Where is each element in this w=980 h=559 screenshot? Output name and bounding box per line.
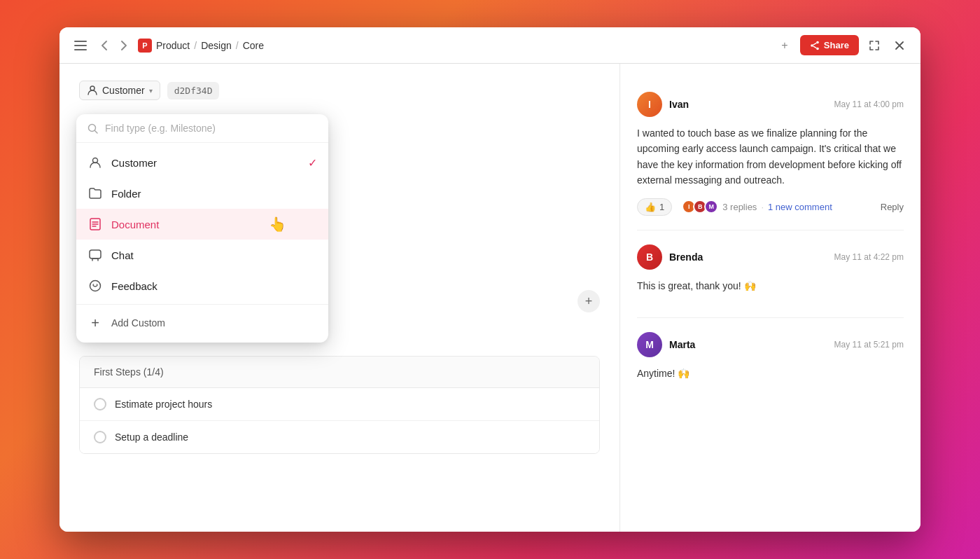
id-badge: d2Df34D: [167, 82, 220, 99]
comment-time-marta: May 11 at 5:21 pm: [834, 340, 904, 350]
breadcrumb-sep-2: /: [236, 40, 239, 51]
comment-header-ivan: I Ivan May 11 at 4:00 pm: [637, 92, 904, 117]
svg-line-6: [813, 43, 816, 45]
comment-marta: M Marta May 11 at 5:21 pm Anytime! 🙌: [637, 318, 904, 405]
task-radio-1[interactable]: [94, 398, 106, 410]
replies-text-ivan: 3 replies: [722, 202, 757, 212]
reply-avatar-3: M: [704, 200, 718, 214]
header-row: Customer ▾ d2Df34D: [79, 81, 600, 100]
breadcrumb-product[interactable]: Product: [156, 40, 190, 51]
commenter-name-brenda: Brenda: [669, 251, 827, 263]
nav-buttons: [96, 37, 132, 54]
left-panel: Customer ▾ d2Df34D: [59, 64, 620, 532]
reaction-emoji-ivan: 👍: [645, 202, 656, 212]
task-section: First Steps (1/4) Estimate project hours…: [79, 356, 600, 454]
folder-item-icon: [88, 186, 103, 201]
commenter-name-ivan: Ivan: [669, 99, 827, 110]
dropdown-item-chat[interactable]: Chat: [76, 240, 328, 270]
svg-rect-2: [74, 49, 87, 50]
share-label: Share: [824, 40, 849, 50]
add-tab-button[interactable]: +: [775, 36, 794, 55]
svg-point-5: [816, 47, 819, 50]
breadcrumb-core[interactable]: Core: [243, 40, 264, 51]
svg-point-19: [97, 284, 98, 285]
comment-time-brenda: May 11 at 4:22 pm: [834, 252, 904, 262]
chat-item-label: Chat: [111, 249, 134, 261]
main-content: Customer ▾ d2Df34D: [59, 64, 920, 532]
search-icon: [88, 123, 98, 134]
comment-actions-ivan: 👍 1 I B M 3 replies · 1 new comment Repl: [637, 198, 904, 216]
svg-line-7: [813, 46, 816, 48]
new-comment-text-ivan[interactable]: 1 new comment: [768, 202, 832, 212]
dropdown-search-row: [76, 114, 328, 143]
breadcrumb: P Product / Design / Core: [138, 39, 769, 53]
share-icon: [810, 41, 820, 50]
comment-meta-ivan: Ivan: [669, 99, 827, 110]
browser-window: P Product / Design / Core + Share: [59, 27, 920, 532]
dropdown-item-add-custom[interactable]: + Add Custom: [76, 308, 328, 338]
feedback-item-label: Feedback: [111, 280, 158, 292]
sidebar-toggle-button[interactable]: [71, 36, 90, 55]
section-header: First Steps (1/4): [80, 357, 599, 388]
comment-time-ivan: May 11 at 4:00 pm: [834, 99, 904, 109]
task-item: Setup a deadline: [80, 421, 599, 453]
svg-rect-0: [74, 41, 87, 42]
dropdown-item-folder[interactable]: Folder: [76, 178, 328, 209]
dropdown-item-feedback[interactable]: Feedback: [76, 270, 328, 301]
commenter-name-marta: Marta: [669, 339, 827, 350]
comment-text-marta: Anytime! 🙌: [637, 366, 904, 381]
browser-chrome: P Product / Design / Core + Share: [59, 27, 920, 64]
comment-header-marta: M Marta May 11 at 5:21 pm: [637, 332, 904, 357]
type-dropdown: Customer ✓ Folder: [76, 114, 328, 343]
dropdown-item-customer[interactable]: Customer ✓: [76, 147, 328, 178]
breadcrumb-design[interactable]: Design: [201, 40, 232, 51]
plus-icon: +: [88, 315, 103, 331]
check-mark-icon: ✓: [308, 156, 317, 170]
task-item: Estimate project hours: [80, 388, 599, 421]
task-label-2: Setup a deadline: [115, 432, 188, 443]
chevron-down-icon: ▾: [149, 87, 153, 95]
svg-point-18: [93, 284, 94, 285]
avatar-ivan: I: [637, 92, 662, 117]
type-search-input[interactable]: [105, 123, 317, 134]
comment-header-brenda: B Brenda May 11 at 4:22 pm: [637, 244, 904, 270]
dropdown-item-document[interactable]: Document 👆: [76, 209, 328, 240]
svg-rect-1: [74, 45, 87, 46]
comment-brenda: B Brenda May 11 at 4:22 pm This is great…: [637, 230, 904, 318]
task-label-1: Estimate project hours: [115, 399, 212, 410]
customer-item-label: Customer: [111, 157, 157, 169]
avatar-brenda: B: [637, 244, 662, 270]
svg-point-3: [816, 41, 819, 43]
svg-line-10: [95, 130, 98, 133]
back-button[interactable]: [96, 37, 113, 54]
comment-text-brenda: This is great, thank you! 🙌: [637, 278, 904, 294]
forward-button[interactable]: [115, 37, 132, 54]
add-item-button[interactable]: +: [578, 290, 600, 312]
document-item-label: Document: [111, 219, 159, 230]
reaction-button-ivan[interactable]: 👍 1: [637, 198, 672, 216]
svg-rect-16: [90, 250, 101, 258]
right-panel: I Ivan May 11 at 4:00 pm I wanted to tou…: [620, 64, 920, 532]
reaction-count-ivan: 1: [659, 202, 664, 212]
comment-meta-marta: Marta: [669, 339, 827, 350]
replies-section-ivan: I B M 3 replies · 1 new comment: [682, 200, 832, 214]
reply-button-ivan[interactable]: Reply: [881, 202, 904, 212]
share-button[interactable]: Share: [800, 35, 859, 55]
task-list: Estimate project hours Setup a deadline: [80, 388, 599, 453]
add-custom-label: Add Custom: [111, 317, 165, 329]
task-radio-2[interactable]: [94, 431, 106, 443]
feedback-item-icon: [88, 278, 103, 294]
reply-avatars-ivan: I B M: [682, 200, 718, 214]
cursor-icon: 👆: [269, 216, 286, 233]
customer-type-chip[interactable]: Customer ▾: [79, 81, 160, 100]
customer-chip-label: Customer: [102, 85, 145, 96]
dropdown-items-list: Customer ✓ Folder: [76, 143, 328, 343]
expand-button[interactable]: [864, 36, 884, 55]
svg-point-8: [90, 86, 94, 90]
comment-text-ivan: I wanted to touch base as we finalize pl…: [637, 125, 904, 188]
person-icon: [87, 85, 98, 96]
comment-meta-brenda: Brenda: [669, 251, 827, 263]
close-button[interactable]: [890, 36, 909, 55]
svg-point-17: [90, 281, 101, 291]
breadcrumb-sep-1: /: [194, 40, 197, 51]
